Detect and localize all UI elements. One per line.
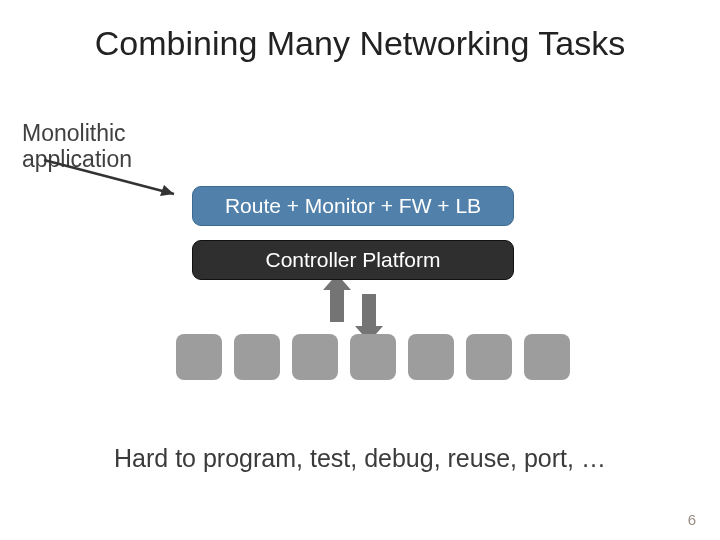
svg-rect-2 bbox=[330, 286, 344, 322]
page-number: 6 bbox=[688, 511, 696, 528]
svg-rect-4 bbox=[362, 294, 376, 330]
arrow-to-app-icon bbox=[38, 148, 198, 208]
switch-node bbox=[524, 334, 570, 380]
switch-node bbox=[234, 334, 280, 380]
switch-node bbox=[466, 334, 512, 380]
svg-line-0 bbox=[44, 160, 174, 194]
node-row bbox=[176, 334, 570, 380]
application-box: Route + Monitor + FW + LB bbox=[192, 186, 514, 226]
svg-marker-3 bbox=[323, 280, 351, 290]
bidirectional-arrows-icon bbox=[323, 280, 385, 336]
switch-node bbox=[176, 334, 222, 380]
switch-node bbox=[350, 334, 396, 380]
controller-box: Controller Platform bbox=[192, 240, 514, 280]
switch-node bbox=[408, 334, 454, 380]
slide-title: Combining Many Networking Tasks bbox=[0, 24, 720, 63]
footer-text: Hard to program, test, debug, reuse, por… bbox=[0, 444, 720, 473]
switch-node bbox=[292, 334, 338, 380]
